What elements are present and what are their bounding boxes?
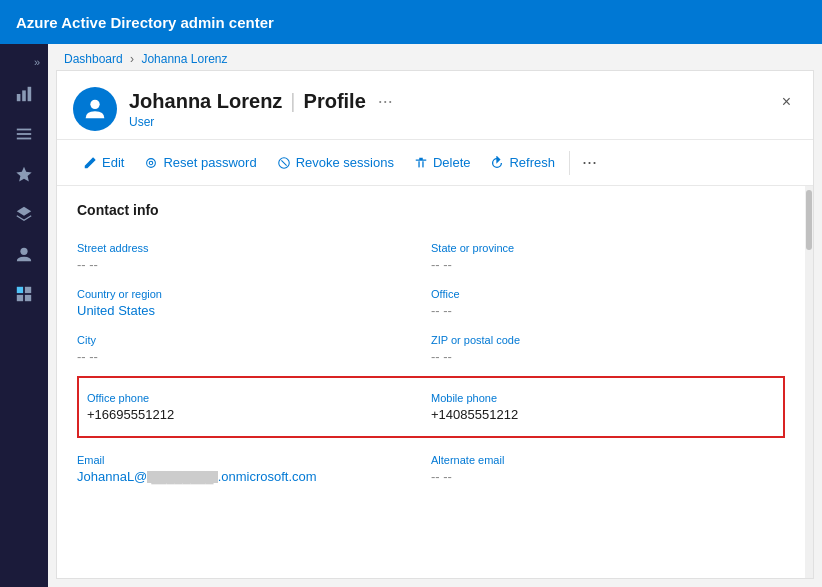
svg-rect-18	[418, 161, 419, 167]
sidebar-item-grid[interactable]	[4, 276, 44, 312]
scrollbar[interactable]	[805, 186, 813, 578]
toolbar-more-button[interactable]: ···	[574, 146, 605, 179]
field-country: Country or region United States	[77, 280, 431, 326]
panel-header: Johanna Lorenz | Profile ··· User ×	[57, 71, 813, 140]
sidebar-item-layers[interactable]	[4, 196, 44, 232]
panel-title-area: Johanna Lorenz | Profile ··· User	[73, 87, 393, 131]
svg-rect-5	[17, 138, 31, 140]
field-street-address: Street address -- --	[77, 234, 431, 280]
panel-body-wrapper: Contact info Street address -- -- State …	[57, 186, 813, 578]
svg-rect-9	[17, 287, 23, 293]
user-profile-panel: Johanna Lorenz | Profile ··· User ×	[56, 70, 814, 579]
toolbar-separator	[569, 151, 570, 175]
svg-marker-20	[497, 156, 500, 161]
svg-rect-1	[22, 90, 26, 101]
svg-point-15	[150, 161, 154, 165]
sidebar-item-star[interactable]	[4, 156, 44, 192]
toolbar: Edit Reset password Revoke sessions	[57, 140, 813, 186]
contact-info-title: Contact info	[77, 202, 785, 218]
email-fields-grid: Email JohannaL@████████.onmicrosoft.com …	[77, 446, 785, 492]
sidebar-item-chart[interactable]	[4, 76, 44, 112]
svg-rect-19	[422, 161, 423, 167]
breadcrumb: Dashboard › Johanna Lorenz	[48, 44, 822, 70]
refresh-button[interactable]: Refresh	[480, 149, 565, 176]
field-city: City -- --	[77, 326, 431, 372]
revoke-sessions-button[interactable]: Revoke sessions	[267, 149, 404, 176]
user-type-label: User	[129, 115, 393, 129]
svg-line-17	[281, 160, 286, 165]
breadcrumb-dashboard[interactable]: Dashboard	[64, 52, 123, 66]
contact-fields-grid: Street address -- -- State or province -…	[77, 234, 785, 372]
content-area: Dashboard › Johanna Lorenz Joha	[48, 44, 822, 587]
svg-rect-4	[17, 133, 31, 135]
svg-point-13	[90, 100, 99, 109]
reset-password-button[interactable]: Reset password	[134, 149, 266, 176]
panel-more-dots[interactable]: ···	[378, 91, 393, 112]
scrollbar-thumb[interactable]	[806, 190, 812, 250]
breadcrumb-user[interactable]: Johanna Lorenz	[141, 52, 227, 66]
highlighted-phone-row: Office phone +16695551212 Mobile phone +…	[77, 376, 785, 438]
sidebar-collapse-btn[interactable]: »	[30, 52, 44, 72]
svg-rect-2	[28, 87, 32, 101]
title-pipe: |	[290, 90, 295, 113]
field-alternate-email: Alternate email -- --	[431, 446, 785, 492]
avatar	[73, 87, 117, 131]
edit-button[interactable]: Edit	[73, 149, 134, 176]
svg-point-8	[20, 248, 27, 255]
close-button[interactable]: ×	[776, 91, 797, 113]
field-office-phone: Office phone +16695551212	[87, 384, 431, 430]
panel-header-actions: ×	[776, 87, 797, 113]
field-state-province: State or province -- --	[431, 234, 785, 280]
app-title: Azure Active Directory admin center	[16, 14, 274, 31]
svg-marker-6	[16, 167, 31, 182]
field-zip: ZIP or postal code -- --	[431, 326, 785, 372]
svg-rect-10	[25, 287, 31, 293]
svg-rect-11	[17, 295, 23, 301]
svg-point-14	[147, 158, 156, 167]
sidebar-item-list[interactable]	[4, 116, 44, 152]
panel-body: Contact info Street address -- -- State …	[57, 186, 805, 578]
sidebar: »	[0, 44, 48, 587]
panel-title-text: Johanna Lorenz | Profile ··· User	[129, 90, 393, 129]
breadcrumb-separator: ›	[130, 52, 137, 66]
field-email: Email JohannaL@████████.onmicrosoft.com	[77, 446, 431, 492]
svg-marker-7	[17, 207, 31, 216]
field-mobile-phone: Mobile phone +14085551212	[431, 384, 775, 430]
panel-title: Johanna Lorenz | Profile ···	[129, 90, 393, 113]
svg-rect-3	[17, 129, 31, 131]
sidebar-item-user[interactable]	[4, 236, 44, 272]
svg-rect-12	[25, 295, 31, 301]
field-office: Office -- --	[431, 280, 785, 326]
app-header: Azure Active Directory admin center	[0, 0, 822, 44]
delete-button[interactable]: Delete	[404, 149, 481, 176]
svg-rect-0	[17, 94, 21, 101]
